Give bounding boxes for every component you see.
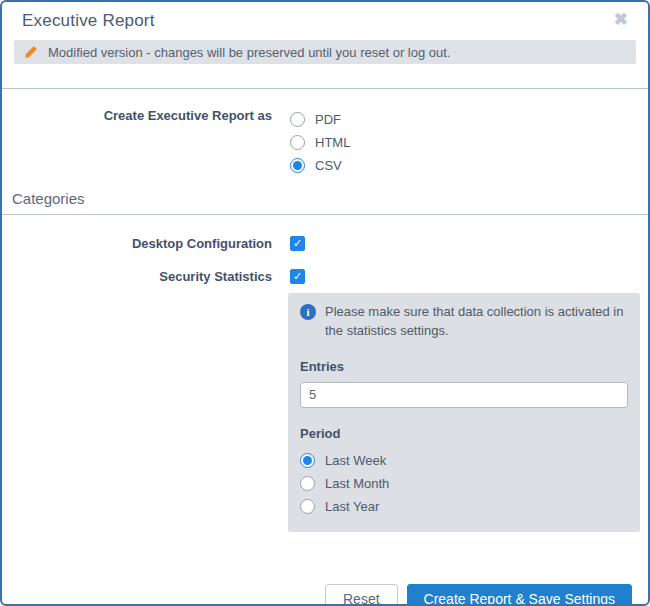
radio-label[interactable]: Last Month (325, 476, 389, 491)
checkbox-row-label: Desktop Configuration (2, 236, 272, 252)
info-row: i Please make sure that data collection … (300, 303, 628, 341)
pencil-icon (24, 45, 38, 59)
info-icon: i (300, 304, 316, 320)
desktop-configuration-checkbox[interactable]: ✓ (290, 236, 305, 251)
categories-divider (2, 214, 648, 215)
format-row-label: Create Executive Report as (2, 108, 272, 177)
entries-label: Entries (300, 359, 628, 374)
create-report-save-settings-button[interactable]: Create Report & Save Settings (407, 584, 632, 606)
security-statistics-row: Security Statistics ✓ (2, 269, 648, 285)
info-text: Please make sure that data collection is… (325, 303, 628, 341)
modified-version-notice: Modified version - changes will be prese… (14, 40, 636, 64)
radio-button[interactable] (290, 158, 305, 173)
radio-option-last-year[interactable]: Last Year (300, 495, 628, 518)
close-icon[interactable]: ✖ (614, 11, 628, 28)
radio-option-last-month[interactable]: Last Month (300, 472, 628, 495)
radio-button[interactable] (290, 112, 305, 127)
panel-spacer (2, 293, 288, 532)
radio-option-last-week[interactable]: Last Week (300, 449, 628, 472)
format-row: Create Executive Report as PDF HTML CSV (2, 108, 648, 177)
statistics-panel-row: i Please make sure that data collection … (2, 293, 648, 532)
desktop-configuration-row: Desktop Configuration ✓ (2, 236, 648, 252)
radio-button[interactable] (290, 135, 305, 150)
security-statistics-checkbox[interactable]: ✓ (290, 269, 305, 284)
radio-option-html[interactable]: HTML (290, 131, 648, 154)
dialog-header: Executive Report ✖ (2, 2, 648, 40)
executive-report-dialog: Executive Report ✖ Modified version - ch… (0, 0, 650, 606)
notice-text: Modified version - changes will be prese… (48, 45, 451, 60)
categories-heading: Categories (12, 190, 648, 207)
entries-input[interactable] (300, 382, 628, 408)
radio-button[interactable] (300, 453, 315, 468)
statistics-settings-panel: i Please make sure that data collection … (288, 293, 640, 532)
page-title: Executive Report (22, 11, 155, 31)
period-label: Period (300, 426, 628, 441)
radio-option-pdf[interactable]: PDF (290, 108, 648, 131)
radio-label[interactable]: HTML (315, 135, 350, 150)
checkbox-row-label: Security Statistics (2, 269, 272, 285)
radio-button[interactable] (300, 499, 315, 514)
radio-label[interactable]: Last Week (325, 453, 386, 468)
radio-label[interactable]: PDF (315, 112, 341, 127)
reset-button[interactable]: Reset (325, 584, 398, 606)
format-options: PDF HTML CSV (290, 108, 648, 177)
dialog-footer: Reset Create Report & Save Settings (2, 584, 648, 606)
radio-label[interactable]: Last Year (325, 499, 379, 514)
radio-button[interactable] (300, 476, 315, 491)
radio-option-csv[interactable]: CSV (290, 154, 648, 177)
period-options: Last Week Last Month Last Year (300, 449, 628, 518)
header-divider (2, 88, 648, 89)
radio-label[interactable]: CSV (315, 158, 342, 173)
